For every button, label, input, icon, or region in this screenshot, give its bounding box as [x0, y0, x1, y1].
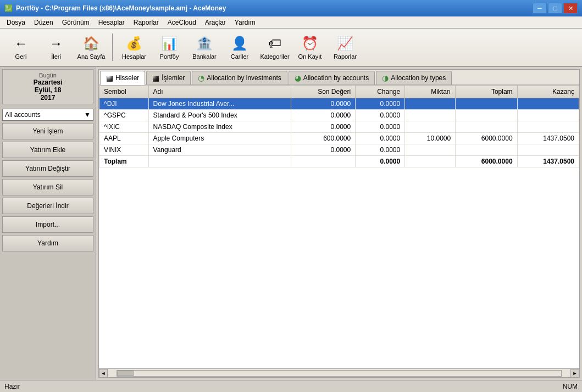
tab-allocation-accounts[interactable]: ◕ Allocation by accounts: [289, 71, 375, 85]
toolbar-btn-raporlar[interactable]: 📈Raporlar: [329, 31, 362, 64]
cell-name: NASDAQ Composite Index: [148, 121, 291, 133]
ana sayfa-icon: 🏠: [82, 35, 100, 52]
cell-change: 0.0000: [356, 121, 405, 133]
maximize-button[interactable]: □: [548, 3, 562, 14]
cell-symbol: ^IXIC: [99, 121, 149, 133]
change-investment-button[interactable]: Yatırım Değiştir: [2, 160, 93, 177]
cell-name: Apple Computers: [148, 133, 291, 144]
menu-item-düzen[interactable]: Düzen: [30, 18, 58, 27]
tab-hisseler[interactable]: ▦ Hisseler: [100, 71, 145, 85]
import-button[interactable]: Import...: [2, 216, 93, 233]
minimize-button[interactable]: ─: [533, 3, 547, 14]
toolbar-btn-label: Ön Kayıt: [298, 53, 322, 60]
close-button[interactable]: ✕: [563, 3, 578, 14]
menu-item-yardım[interactable]: Yardım: [230, 18, 260, 27]
table-row[interactable]: ^GSPCStandard & Poor's 500 Index0.00000.…: [99, 110, 579, 121]
title-bar-controls: ─ □ ✕: [533, 3, 578, 14]
tab-islemler-label: İşlemler: [162, 74, 185, 82]
toolbar-btn-label: Raporlar: [334, 53, 357, 60]
tab-allocation-investments[interactable]: ◔ Allocation by investments: [192, 71, 287, 85]
toolbar-btn-hesaplar[interactable]: 💰Hesaplar: [118, 31, 151, 64]
cell-change: 0.0000: [356, 133, 405, 144]
menu-item-araçlar[interactable]: Araçlar: [201, 18, 230, 27]
title-bar-left: 💹 Portföy - C:\Program Files (x86)\AceMo…: [4, 4, 226, 12]
download-values-button[interactable]: Değerleri İndir: [2, 198, 93, 214]
menu-item-görünüm[interactable]: Görünüm: [58, 18, 94, 27]
toolbar-btn-label: İleri: [51, 53, 61, 60]
menu-item-hesaplar[interactable]: Hesaplar: [94, 18, 129, 27]
cell-symbol: ^DJI: [99, 98, 149, 110]
total-cell-1: [148, 156, 291, 167]
today-label: Bugün: [5, 72, 91, 79]
add-investment-button[interactable]: Yatırım Ekle: [2, 142, 93, 158]
toolbar-btn-label: Portföy: [160, 53, 179, 60]
scroll-left-arrow[interactable]: ◄: [99, 369, 108, 378]
toolbar-btn-cariler[interactable]: 👤Cariler: [223, 31, 256, 64]
col-symbol: Sembol: [99, 86, 149, 98]
toolbar: ←Geri→İleri🏠Ana Sayfa💰Hesaplar📊Portföy🏦B…: [0, 29, 582, 67]
toolbar-btn-kategoriler[interactable]: 🏷Kategoriler: [258, 31, 291, 64]
toolbar-btn-geri[interactable]: ←Geri: [4, 31, 37, 64]
ön kayıt-icon: ⏰: [301, 35, 319, 52]
delete-investment-button[interactable]: Yatırım Sil: [2, 179, 93, 195]
table-row[interactable]: VINIXVanguard0.00000.0000: [99, 144, 579, 156]
tab-islemler[interactable]: ▦ İşlemler: [146, 71, 191, 85]
new-transaction-button[interactable]: Yeni İşlem: [2, 123, 93, 139]
help-button[interactable]: Yardım: [2, 235, 93, 251]
title-bar: 💹 Portföy - C:\Program Files (x86)\AceMo…: [0, 0, 582, 16]
toolbar-btn-label: Bankalar: [192, 53, 216, 60]
col-total: Toplam: [456, 86, 517, 98]
toolbar-btn-ana-sayfa[interactable]: 🏠Ana Sayfa: [75, 31, 108, 64]
scroll-track[interactable]: [117, 370, 562, 377]
i̇leri-icon: →: [47, 35, 65, 52]
table2-icon: ▦: [152, 74, 159, 82]
title-text: Portföy - C:\Program Files (x86)\AceMone…: [16, 4, 226, 12]
total-cell-5: 6000.0000: [456, 156, 517, 167]
account-dropdown[interactable]: All accounts ▼: [2, 109, 93, 121]
horizontal-scrollbar[interactable]: ◄ ►: [99, 368, 579, 377]
scroll-thumb[interactable]: [117, 371, 134, 376]
tab-allocation-types[interactable]: ◑ Allocation by types: [376, 71, 452, 85]
hesaplar-icon: 💰: [125, 35, 143, 52]
table-container: Sembol Adı Son Değeri Change Miktarı Top…: [99, 85, 579, 368]
table-total-row: Toplam0.00006000.00001437.0500: [99, 156, 579, 167]
tab-alloc-inv-label: Allocation by investments: [207, 74, 281, 82]
pie2-icon: ◕: [295, 74, 301, 82]
cell-symbol: VINIX: [99, 144, 149, 156]
table-row[interactable]: ^IXICNASDAQ Composite Index0.00000.0000: [99, 121, 579, 133]
bankalar-icon: 🏦: [196, 35, 213, 52]
cariler-icon: 👤: [231, 35, 248, 52]
cell-last-value: 0.0000: [291, 98, 355, 110]
toolbar-btn-label: Ana Sayfa: [77, 53, 106, 60]
scroll-right-arrow[interactable]: ►: [570, 369, 579, 378]
app-icon: 💹: [4, 4, 13, 12]
tab-alloc-acc-label: Allocation by accounts: [303, 74, 369, 82]
menu-item-raporlar[interactable]: Raporlar: [129, 18, 163, 27]
toolbar-separator: [112, 33, 113, 61]
menu-item-acecloud[interactable]: AceCloud: [163, 18, 201, 27]
toolbar-btn-label: Cariler: [231, 53, 248, 60]
date-line1: Pazartesi: [5, 79, 91, 86]
left-panel: Bugün Pazartesi Eylül, 18 2017 All accou…: [0, 67, 96, 380]
menu-item-dosya[interactable]: Dosya: [2, 18, 30, 27]
table-icon: ▦: [106, 74, 113, 82]
cell-total: [456, 110, 517, 121]
pie3-icon: ◑: [382, 74, 389, 82]
table-row[interactable]: ^DJIDow Jones Industrial Aver...0.00000.…: [99, 98, 579, 110]
toolbar-btn-portföy[interactable]: 📊Portföy: [153, 31, 186, 64]
cell-gain: [517, 121, 579, 133]
cell-name: Dow Jones Industrial Aver...: [148, 98, 291, 110]
col-change: Change: [356, 86, 405, 98]
today-box: Bugün Pazartesi Eylül, 18 2017: [2, 69, 93, 104]
raporlar-icon: 📈: [336, 35, 354, 52]
kategoriler-icon: 🏷: [266, 35, 284, 52]
right-panel: ▦ Hisseler ▦ İşlemler ◔ Allocation by in…: [98, 69, 580, 378]
toolbar-btn-i̇leri[interactable]: →İleri: [40, 31, 73, 64]
status-bar: Hazır NUM: [0, 380, 582, 392]
cell-change: 0.0000: [356, 98, 405, 110]
table-row[interactable]: AAPLApple Computers600.00000.000010.0000…: [99, 133, 579, 144]
cell-last-value: 600.0000: [291, 133, 355, 144]
cell-gain: [517, 110, 579, 121]
toolbar-btn-ön-kayıt[interactable]: ⏰Ön Kayıt: [293, 31, 326, 64]
toolbar-btn-bankalar[interactable]: 🏦Bankalar: [188, 31, 221, 64]
